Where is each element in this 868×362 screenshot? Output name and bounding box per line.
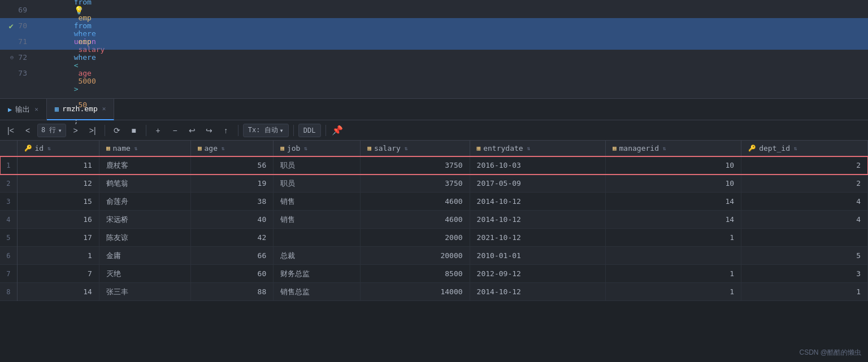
table-row[interactable]: 3 15 俞莲舟 38 销售 4600 2014-10-12 14 4 <box>0 193 868 211</box>
table-row[interactable]: 2 12 鹤笔翁 19 职员 3750 2017-05-09 10 2 <box>0 175 868 193</box>
cell-job: 总裁 <box>274 247 361 265</box>
table-body: 1 11 鹿杖客 56 职员 3750 2016-10-03 10 2 2 12… <box>0 156 868 301</box>
row-number: 6 <box>0 247 17 265</box>
entrydate-sort[interactable]: ⇅ <box>527 145 531 151</box>
cell-age: 60 <box>190 265 273 283</box>
col-age-label: age <box>205 144 218 152</box>
id-sort[interactable]: ⇅ <box>47 145 51 151</box>
table-row[interactable]: 5 17 陈友谅 42 2000 2021-10-12 1 <box>0 229 868 247</box>
cell-name: 鹤笔翁 <box>99 175 190 193</box>
row-number: 4 <box>0 211 17 229</box>
cell-id: 12 <box>17 175 99 193</box>
row-number: 1 <box>0 156 17 175</box>
cell-deptid: 3 <box>741 265 868 283</box>
age-sort[interactable]: ⇅ <box>222 145 225 151</box>
line-number-70: 70 <box>16 18 27 34</box>
line-number-73: 73 <box>16 66 27 81</box>
id-col-icon: 🔑 <box>24 145 32 152</box>
cell-salary: 3750 <box>361 175 470 193</box>
code-line-72[interactable]: ⊖ 72 select * from emp where age > 50 ; <box>0 50 868 66</box>
table-row[interactable]: 6 1 金庸 66 总裁 20000 2010-01-01 5 <box>0 247 868 265</box>
cell-entrydate: 2017-05-09 <box>470 175 605 193</box>
val-50: 50 <box>74 101 87 109</box>
table-name-emp2: emp <box>74 37 96 46</box>
line-number-69: 69 <box>16 2 27 18</box>
code-line-73: 73 <box>0 66 868 81</box>
cell-name: 宋远桥 <box>99 211 190 229</box>
cell-deptid: 4 <box>741 193 868 211</box>
line-gutter-72: ⊖ 72 <box>0 50 34 66</box>
keyword-where2: where <box>74 53 96 62</box>
row-number: 5 <box>0 229 17 247</box>
cell-managerid: 10 <box>605 175 741 193</box>
tab-output-label: 输出 <box>15 104 30 115</box>
cell-managerid <box>605 247 741 265</box>
cell-deptid: 4 <box>741 211 868 229</box>
keyword-star2: * <box>74 6 87 14</box>
cell-entrydate: 2016-10-03 <box>470 156 605 175</box>
cell-deptid <box>741 229 868 247</box>
cell-job <box>274 229 361 247</box>
cell-id: 1 <box>17 247 99 265</box>
semicolon: ; <box>74 116 79 125</box>
cell-entrydate: 2010-01-01 <box>470 247 605 265</box>
col-deptid-label: dept_id <box>759 144 790 152</box>
cell-managerid: 14 <box>605 193 741 211</box>
cell-job: 财务总监 <box>274 265 361 283</box>
fold-icon-72: ⊖ <box>10 50 14 66</box>
table-row[interactable]: 7 7 灭绝 60 财务总监 8500 2012-09-12 1 3 <box>0 265 868 283</box>
name-col-icon: ▦ <box>106 145 110 152</box>
line-gutter-73: 73 <box>0 66 34 81</box>
col-managerid-label: managerid <box>619 144 659 152</box>
cell-entrydate: 2021-10-12 <box>470 229 605 247</box>
cell-managerid: 14 <box>605 211 741 229</box>
prev-page-button[interactable]: < <box>20 123 35 138</box>
col-name-label: name <box>113 144 131 152</box>
output-icon: ▶ <box>8 106 12 114</box>
op-gt: > <box>74 85 79 93</box>
cell-managerid: 1 <box>605 283 741 301</box>
cell-job: 销售总监 <box>274 283 361 301</box>
line-gutter-70: ✔ 70 <box>0 18 34 34</box>
job-sort[interactable]: ⇅ <box>304 145 307 151</box>
cell-salary: 20000 <box>361 247 470 265</box>
row-number: 2 <box>0 175 17 193</box>
cell-deptid: 2 <box>741 175 868 193</box>
deptid-col-icon: 🔑 <box>748 145 756 152</box>
salary-sort[interactable]: ⇅ <box>405 145 408 151</box>
cell-salary: 4600 <box>361 211 470 229</box>
managerid-sort[interactable]: ⇅ <box>663 145 666 151</box>
col-id-label: id <box>35 144 44 152</box>
table-container: 🔑 id ⇅ ▦ name ⇅ ▦ age ⇅ <box>0 141 868 301</box>
cell-id: 11 <box>17 156 99 175</box>
cell-age: 88 <box>190 283 273 301</box>
line-gutter-69: 69 <box>0 2 34 18</box>
age-col-icon: ▦ <box>198 145 202 152</box>
cell-job: 职员 <box>274 175 361 193</box>
cell-salary: 4600 <box>361 193 470 211</box>
cell-age: 38 <box>190 193 273 211</box>
cell-job: 销售 <box>274 193 361 211</box>
cell-salary: 2000 <box>361 229 470 247</box>
line-number-71: 71 <box>16 34 27 50</box>
salary-col-icon: ▦ <box>367 145 371 152</box>
table-row[interactable]: 4 16 宋远桥 40 销售 4600 2014-10-12 14 4 <box>0 211 868 229</box>
first-row-button[interactable]: |< <box>3 123 18 138</box>
editor-area: 69 💡 ✔ 70 select * from emp where salary… <box>0 0 868 99</box>
cell-id: 7 <box>17 265 99 283</box>
cell-deptid: 2 <box>741 156 868 175</box>
code-lines: 69 💡 ✔ 70 select * from emp where salary… <box>0 0 868 81</box>
cell-managerid: 10 <box>605 156 741 175</box>
row-number: 3 <box>0 193 17 211</box>
cell-entrydate: 2012-09-12 <box>470 265 605 283</box>
col-salary-label: salary <box>374 144 401 152</box>
cell-managerid: 1 <box>605 229 741 247</box>
cell-name: 陈友谅 <box>99 229 190 247</box>
table-row[interactable]: 8 14 张三丰 88 销售总监 14000 2014-10-12 1 1 <box>0 283 868 301</box>
name-sort[interactable]: ⇅ <box>134 145 138 151</box>
cell-name: 张三丰 <box>99 283 190 301</box>
table-row[interactable]: 1 11 鹿杖客 56 职员 3750 2016-10-03 10 2 <box>0 156 868 175</box>
cell-age: 40 <box>190 211 273 229</box>
col-job-label: job <box>287 144 300 152</box>
deptid-sort[interactable]: ⇅ <box>794 145 797 151</box>
